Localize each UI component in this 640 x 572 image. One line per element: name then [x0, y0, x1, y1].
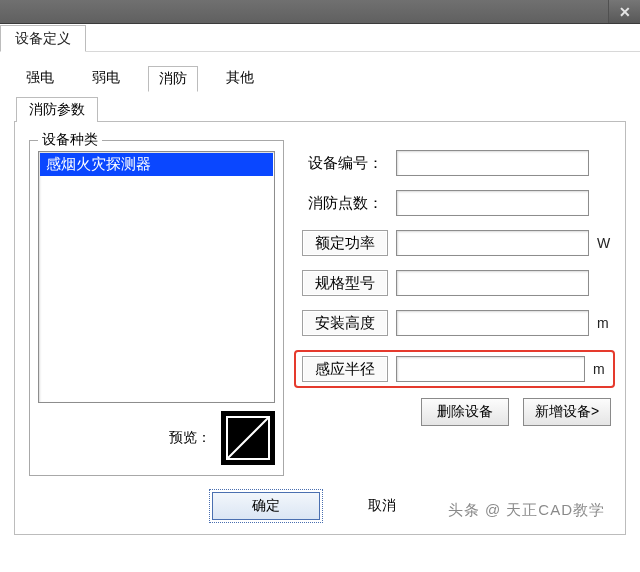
tab-label: 弱电: [92, 69, 120, 85]
row-spec-model: 规格型号: [302, 270, 611, 296]
close-button[interactable]: ✕: [608, 0, 640, 23]
tab-device-definition[interactable]: 设备定义: [0, 25, 86, 52]
input-spec-model[interactable]: [396, 270, 589, 296]
params-panel: 设备种类 感烟火灾探测器 预览：: [14, 121, 626, 535]
row-install-height: 安装高度 m: [302, 310, 611, 336]
unit: m: [593, 361, 607, 377]
label-spec-model[interactable]: 规格型号: [302, 270, 388, 296]
label-install-height[interactable]: 安装高度: [302, 310, 388, 336]
tab-label: 消防参数: [29, 101, 85, 117]
window-tab-strip: 设备定义: [0, 24, 640, 52]
delete-device-button[interactable]: 删除设备: [421, 398, 509, 426]
input-install-height[interactable]: [396, 310, 589, 336]
tab-label: 设备定义: [15, 30, 71, 46]
button-label: 确定: [252, 497, 280, 515]
tab-label: 消防: [159, 70, 187, 86]
dialog-footer: 确定 取消 头条 @ 天正CAD教学: [29, 492, 611, 520]
preview-symbol: [221, 411, 275, 465]
label-rated-power[interactable]: 额定功率: [302, 230, 388, 256]
cancel-button[interactable]: 取消: [368, 497, 428, 515]
row-rated-power: 额定功率 W: [302, 230, 611, 256]
tab-fire[interactable]: 消防: [148, 66, 198, 92]
label-device-no: 设备编号：: [302, 150, 388, 176]
preview-label: 预览：: [169, 429, 211, 447]
list-item[interactable]: 感烟火灾探测器: [40, 153, 273, 176]
label-fire-points: 消防点数：: [302, 190, 388, 216]
unit: m: [597, 315, 611, 331]
group-title: 设备种类: [38, 131, 102, 149]
device-type-group: 设备种类 感烟火灾探测器 预览：: [29, 140, 284, 476]
unit: W: [597, 235, 611, 251]
button-label: 删除设备: [437, 403, 493, 421]
close-icon: ✕: [619, 4, 631, 20]
device-action-row: 删除设备 新增设备>: [302, 398, 611, 426]
category-tab-strip: 强电 弱电 消防 其他: [10, 60, 630, 96]
row-fire-points: 消防点数：: [302, 190, 611, 216]
label-sense-radius[interactable]: 感应半径: [302, 356, 388, 382]
title-bar: ✕: [0, 0, 640, 24]
add-device-button[interactable]: 新增设备>: [523, 398, 611, 426]
form-column: 设备编号： 消防点数： 额定功率 W 规格型号: [302, 134, 611, 476]
tab-strong-elec[interactable]: 强电: [16, 66, 64, 92]
device-type-listbox[interactable]: 感烟火灾探测器: [38, 151, 275, 403]
tab-label: 强电: [26, 69, 54, 85]
input-rated-power[interactable]: [396, 230, 589, 256]
list-item-label: 感烟火灾探测器: [46, 155, 151, 172]
tab-weak-elec[interactable]: 弱电: [82, 66, 130, 92]
button-label: 新增设备>: [535, 403, 599, 421]
button-label: 取消: [368, 497, 396, 513]
dialog-body: 强电 弱电 消防 其他 消防参数 设备种类 感烟火灾探测器: [0, 52, 640, 545]
tab-label: 其他: [226, 69, 254, 85]
input-fire-points[interactable]: [396, 190, 589, 216]
tab-other[interactable]: 其他: [216, 66, 264, 92]
smoke-detector-icon: [226, 416, 270, 460]
input-device-no[interactable]: [396, 150, 589, 176]
tab-fire-params[interactable]: 消防参数: [16, 97, 98, 122]
watermark: 头条 @ 天正CAD教学: [448, 501, 605, 520]
row-device-no: 设备编号：: [302, 150, 611, 176]
input-sense-radius[interactable]: [396, 356, 585, 382]
row-sense-radius: 感应半径 m: [294, 350, 615, 388]
ok-button[interactable]: 确定: [212, 492, 320, 520]
sub-tab-strip: 消防参数: [10, 96, 630, 121]
